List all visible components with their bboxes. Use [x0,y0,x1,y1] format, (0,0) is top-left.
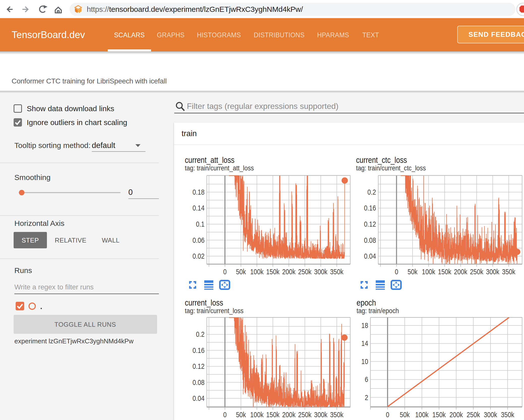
svg-text:0.14: 0.14 [192,204,205,212]
svg-text:200k: 200k [454,268,468,276]
svg-text:10: 10 [361,357,368,366]
svg-text:0.06: 0.06 [192,236,205,244]
svg-text:200k: 200k [282,268,296,276]
svg-text:0.04: 0.04 [192,394,205,402]
svg-text:150k: 150k [432,411,446,419]
svg-text:300k: 300k [314,268,328,276]
svg-text:14: 14 [361,339,368,348]
svg-text:250k: 250k [298,411,312,419]
svg-text:200k: 200k [449,411,463,419]
svg-text:0: 0 [395,268,398,276]
svg-text:current_att_loss: current_att_loss [185,155,235,165]
svg-text:200k: 200k [282,411,296,419]
svg-text:150k: 150k [266,411,280,419]
svg-text:150k: 150k [438,268,452,276]
svg-text:100k: 100k [250,411,264,419]
svg-text:0: 0 [386,411,389,419]
svg-text:50k: 50k [236,411,246,419]
svg-text:250k: 250k [467,411,480,419]
svg-text:250k: 250k [470,268,484,276]
svg-text:100k: 100k [250,268,264,276]
svg-text:0.18: 0.18 [192,188,205,196]
svg-text:0: 0 [223,411,227,419]
svg-text:0.16: 0.16 [192,346,205,354]
svg-text:0.08: 0.08 [364,236,376,244]
svg-text:0.16: 0.16 [364,204,376,212]
svg-text:350k: 350k [502,268,516,276]
svg-text:current_loss: current_loss [185,298,223,307]
svg-text:18: 18 [361,321,368,330]
svg-text:0.1: 0.1 [196,220,205,228]
svg-text:6: 6 [365,375,368,384]
svg-text:0.02: 0.02 [192,252,205,260]
svg-text:0: 0 [223,268,227,276]
svg-text:300k: 300k [314,411,328,419]
svg-text:350k: 350k [330,411,344,419]
svg-text:300k: 300k [484,411,497,419]
svg-text:0.04: 0.04 [364,252,376,260]
svg-text:2: 2 [365,394,368,402]
svg-text:150k: 150k [266,268,280,276]
svg-text:current_ctc_loss: current_ctc_loss [356,155,407,165]
svg-text:0.2: 0.2 [196,330,205,338]
svg-text:100k: 100k [415,411,429,419]
svg-text:tag: train/current_loss: tag: train/current_loss [185,307,244,315]
svg-text:0.08: 0.08 [192,378,205,386]
svg-text:0.2: 0.2 [367,188,376,196]
svg-text:100k: 100k [422,268,435,276]
svg-text:350k: 350k [501,411,514,419]
svg-text:epoch: epoch [357,298,376,308]
svg-text:0.12: 0.12 [364,220,376,228]
svg-text:tag: train/epoch: tag: train/epoch [357,307,399,315]
svg-text:50k: 50k [407,268,418,276]
svg-text:50k: 50k [400,411,410,419]
svg-text:300k: 300k [486,268,500,276]
svg-text:350k: 350k [330,268,344,276]
svg-text:250k: 250k [298,268,312,276]
svg-text:tag: train/current_att_loss: tag: train/current_att_loss [185,164,254,172]
svg-text:0.12: 0.12 [192,362,205,370]
svg-text:50k: 50k [236,268,246,276]
svg-text:tag: train/current_ctc_loss: tag: train/current_ctc_loss [356,164,426,172]
